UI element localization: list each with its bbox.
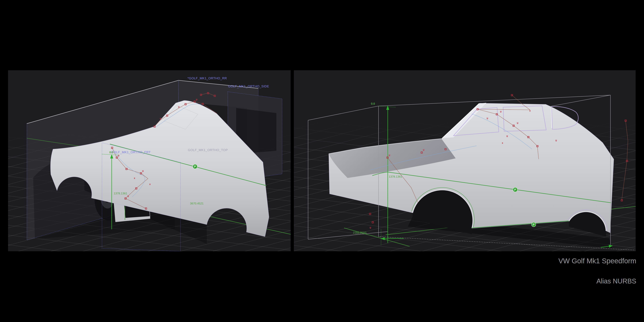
svg-text:U: U (118, 154, 119, 157)
origin-readout: 0.0 (109, 151, 113, 154)
scene-rear-three-quarter: P 1378.1361 3670.4521 U (8, 70, 291, 251)
label-ortho-rr: *GOLF_MK1_ORTHO_RR (188, 76, 227, 80)
origin-readout: 0.0 (371, 102, 375, 105)
svg-text:P: P (514, 188, 516, 191)
pivot-marker-rocker[interactable]: P (532, 222, 536, 227)
svg-text:P: P (533, 223, 534, 226)
pivot-marker[interactable]: P (193, 164, 197, 169)
caption-title: VW Golf Mk1 Speedform (558, 257, 636, 265)
viewport-rear-three-quarter[interactable]: P 1378.1361 3670.4521 U (8, 70, 291, 251)
height-dimension: 1378.1361 (389, 175, 402, 178)
svg-text:U: U (142, 170, 144, 172)
svg-text:U: U (196, 98, 197, 101)
svg-text:U: U (556, 139, 557, 142)
svg-text:x: x (529, 109, 531, 112)
svg-text:U: U (423, 148, 424, 151)
svg-text:U: U (128, 195, 129, 198)
scene-front-three-quarter: 1565.9593 3670.4521 (294, 70, 636, 251)
svg-text:U: U (178, 106, 180, 108)
svg-text:x: x (149, 183, 151, 186)
width-dimension: 1565.9593 (353, 231, 366, 234)
label-ortho-side: GOLF_MK1_ORTHO_SIDE (228, 84, 269, 88)
caption-subtitle: Alias NURBS (596, 278, 636, 285)
svg-text:U: U (506, 135, 508, 138)
presentation-canvas: P 1378.1361 3670.4521 U (0, 0, 644, 322)
svg-text:U: U (487, 117, 488, 120)
svg-text:U: U (517, 122, 518, 124)
label-ortho-top: GOLF_MK1_ORTHO_TOP (188, 148, 228, 152)
label-ortho-frt: GOLF_MK1_ORTHO_FRT (111, 150, 150, 154)
svg-text:x: x (134, 177, 135, 180)
length-dimension: 3670.4521 (190, 202, 204, 205)
svg-text:x: x (502, 142, 503, 144)
svg-text:U: U (389, 154, 390, 157)
svg-text:U: U (370, 226, 371, 229)
svg-text:U: U (500, 110, 502, 113)
viewport-front-three-quarter[interactable]: 1565.9593 3670.4521 (294, 70, 636, 251)
pivot-marker-belt[interactable]: P (513, 188, 518, 192)
svg-text:U: U (160, 118, 161, 120)
svg-text:P: P (194, 165, 196, 168)
height-dimension: 1378.1361 (114, 192, 127, 195)
